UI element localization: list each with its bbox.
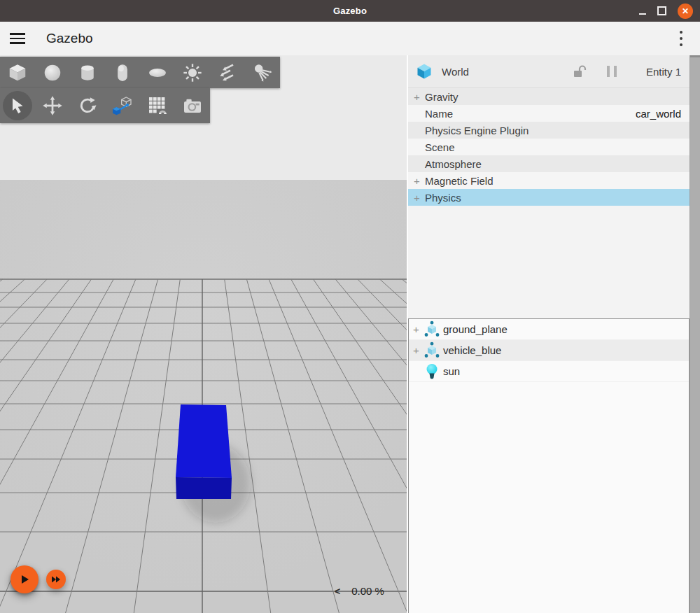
property-value: car_world (636, 108, 681, 120)
rotate-icon (77, 95, 98, 116)
translate-icon (42, 95, 63, 116)
tool-pose-snap[interactable] (105, 88, 140, 123)
property-row-name[interactable]: Name car_world (408, 105, 690, 122)
property-row-scene[interactable]: Scene (408, 139, 690, 155)
spot-light-icon (251, 62, 274, 84)
entity-id-label: Entity 1 (646, 66, 681, 78)
entity-label: vehicle_blue (443, 344, 501, 356)
gazebo-window: Gazebo ✕ Gazebo (0, 0, 700, 613)
expand-toggle[interactable]: + (414, 91, 425, 103)
tool-spot-light[interactable] (245, 57, 280, 88)
close-button[interactable]: ✕ (678, 3, 693, 19)
property-label: Gravity (425, 91, 690, 103)
property-row-gravity[interactable]: + Gravity (408, 88, 690, 105)
panel-empty-area (408, 206, 690, 318)
tool-translate[interactable] (35, 88, 70, 123)
property-label: Magnetic Field (425, 175, 690, 187)
property-label: Scene (425, 141, 690, 153)
shape-toolbar (0, 57, 280, 88)
grid-snap-icon (146, 94, 169, 117)
vehicle-blue-box[interactable] (176, 404, 232, 499)
box-icon (7, 62, 28, 83)
capsule-icon (112, 62, 133, 83)
property-row-magnetic-field[interactable]: + Magnetic Field (408, 172, 690, 189)
tool-screenshot[interactable] (175, 88, 210, 123)
window-titlebar[interactable]: Gazebo ✕ (0, 0, 700, 22)
property-label: Physics (425, 192, 690, 204)
entity-label: sun (443, 365, 460, 377)
tool-rotate[interactable] (70, 88, 105, 123)
sphere-icon (42, 62, 63, 83)
property-label: Atmosphere (425, 158, 690, 170)
inspector-title: World (442, 66, 469, 78)
transform-toolbar (0, 88, 210, 123)
property-row-physics[interactable]: + Physics (408, 189, 690, 206)
pause-icon[interactable] (607, 66, 617, 77)
tool-ellipsoid[interactable] (140, 57, 175, 88)
cylinder-icon (77, 62, 98, 83)
component-inspector-panel: World Entity 1 + Gravity Name car_world … (408, 55, 700, 613)
ellipsoid-icon (147, 62, 168, 83)
minimize-button[interactable] (639, 13, 646, 15)
tool-select[interactable] (0, 88, 35, 123)
light-icon (423, 362, 441, 381)
entity-row-sun[interactable]: sun (409, 361, 689, 382)
inspector-header: World Entity 1 (408, 55, 690, 88)
entity-tree: + ground_plane + (408, 318, 690, 613)
light-icon (425, 362, 439, 381)
point-light-icon (181, 62, 204, 84)
expand-toggle[interactable]: + (413, 344, 423, 356)
rtf-value: 0.00 % (351, 585, 384, 597)
tool-sphere[interactable] (35, 57, 70, 88)
tool-grid-snap[interactable] (140, 88, 175, 123)
fast-forward-icon (51, 575, 61, 584)
scene-viewport[interactable]: < 0.00 % (0, 55, 407, 613)
expand-toggle[interactable]: + (413, 323, 423, 335)
model-icon (423, 341, 441, 360)
kebab-menu-icon[interactable] (676, 31, 686, 46)
property-label: Physics Engine Plugin (425, 125, 690, 136)
pose-snap-icon (111, 94, 134, 117)
entity-label: ground_plane (443, 323, 507, 335)
entity-row-vehicle-blue[interactable]: + vehicle_blue (409, 340, 689, 361)
property-label: Name (425, 108, 636, 120)
model-icon (423, 320, 441, 339)
property-row-physics-engine-plugin[interactable]: Physics Engine Plugin (408, 122, 690, 139)
directional-light-icon (216, 62, 239, 84)
world-cube-icon (415, 62, 433, 80)
tool-box[interactable] (0, 57, 35, 88)
select-arrow-icon (8, 96, 27, 115)
camera-icon (181, 94, 204, 117)
ground-plane-surface (0, 180, 407, 613)
menubar: Gazebo (0, 22, 700, 56)
unlock-icon[interactable] (573, 64, 588, 79)
model-icon (424, 341, 440, 360)
app-title: Gazebo (46, 31, 93, 46)
model-icon (424, 320, 440, 339)
step-forward-button[interactable] (46, 570, 66, 589)
property-row-atmosphere[interactable]: Atmosphere (408, 155, 690, 172)
hamburger-menu-icon[interactable] (10, 33, 25, 44)
tool-cylinder[interactable] (70, 57, 105, 88)
tool-capsule[interactable] (105, 57, 140, 88)
expand-toggle[interactable]: + (414, 192, 425, 204)
panel-scrollbar[interactable] (690, 55, 700, 613)
play-icon (19, 574, 30, 585)
scene-render (0, 55, 407, 613)
maximize-button[interactable] (657, 6, 666, 15)
rtf-display: < 0.00 % (335, 585, 384, 597)
window-title: Gazebo (333, 6, 367, 16)
expand-toggle[interactable]: + (414, 175, 425, 187)
play-button[interactable] (10, 565, 38, 593)
collapse-chevron-icon[interactable]: < (335, 586, 340, 597)
entity-row-ground-plane[interactable]: + ground_plane (409, 319, 689, 340)
tool-directional-light[interactable] (210, 57, 245, 88)
tool-point-light[interactable] (175, 57, 210, 88)
